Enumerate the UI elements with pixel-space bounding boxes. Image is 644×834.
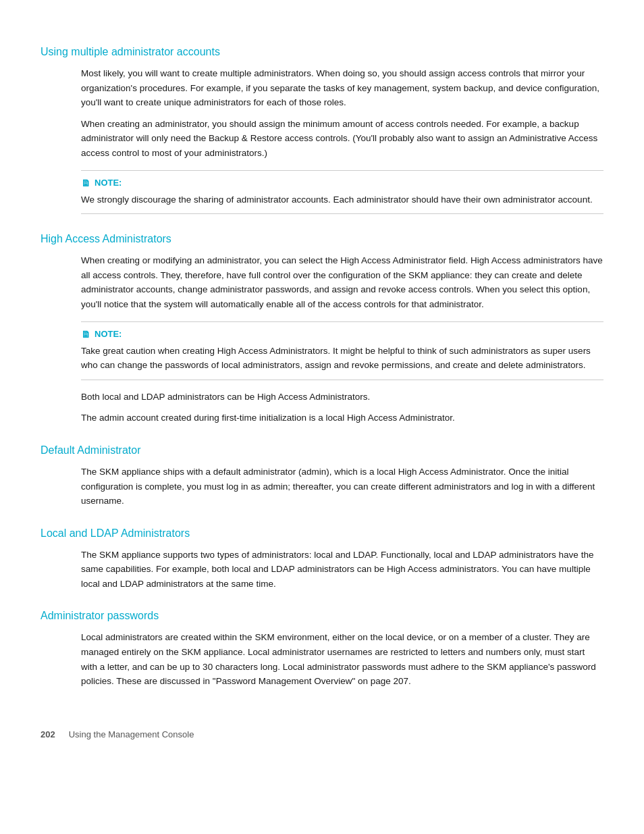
heading-local-ldap: Local and LDAP Administrators bbox=[41, 527, 603, 540]
heading-using-multiple: Using multiple administrator accounts bbox=[41, 46, 603, 58]
para-using-multiple-1: Most likely, you will want to create mul… bbox=[81, 66, 603, 110]
note-using-multiple: 🗎 NOTE: We strongly discourage the shari… bbox=[81, 170, 603, 215]
page-footer: 202 Using the Management Console bbox=[41, 729, 603, 739]
heading-admin-passwords: Administrator passwords bbox=[41, 610, 603, 622]
note-content-2: Take great caution when creating High Ac… bbox=[81, 344, 603, 373]
para-high-access-extra-2: The admin account created during first-t… bbox=[81, 411, 603, 425]
para-high-access-extra-1: Both local and LDAP administrators can b… bbox=[81, 390, 603, 405]
note-icon-1: 🗎 bbox=[81, 178, 90, 188]
para-default-admin-1: The SKM appliance ships with a default a… bbox=[81, 465, 603, 509]
note-icon-2: 🗎 bbox=[81, 329, 90, 340]
page-number: 202 bbox=[41, 729, 55, 739]
para-admin-passwords-1: Local administrators are created within … bbox=[81, 630, 603, 688]
note-content-1: We strongly discourage the sharing of ad… bbox=[81, 192, 603, 207]
note-high-access: 🗎 NOTE: Take great caution when creating… bbox=[81, 321, 603, 380]
note-label-1: 🗎 NOTE: bbox=[81, 178, 603, 188]
para-using-multiple-2: When creating an administrator, you shou… bbox=[81, 117, 603, 161]
footer-text: Using the Management Console bbox=[69, 729, 194, 739]
heading-high-access: High Access Administrators bbox=[41, 233, 603, 245]
note-label-2: 🗎 NOTE: bbox=[81, 329, 603, 340]
para-high-access-1: When creating or modifying an administra… bbox=[81, 253, 603, 311]
para-local-ldap-1: The SKM appliance supports two types of … bbox=[81, 548, 603, 592]
heading-default-admin: Default Administrator bbox=[41, 444, 603, 457]
